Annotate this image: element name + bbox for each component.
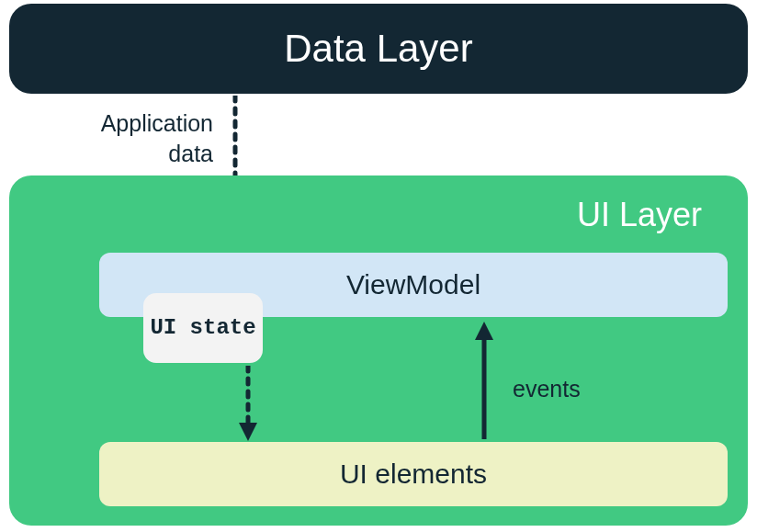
- application-data-label: Application data: [75, 108, 213, 168]
- viewmodel-label: ViewModel: [346, 269, 480, 300]
- ui-state-box: UI state: [143, 293, 263, 363]
- events-label: events: [513, 376, 581, 402]
- ui-layer-box: UI Layer ViewModel UI state UI elements …: [9, 175, 748, 526]
- ui-elements-box: UI elements: [99, 442, 728, 506]
- data-layer-title: Data Layer: [284, 27, 472, 71]
- data-layer-box: Data Layer: [9, 4, 748, 94]
- ui-state-label: UI state: [150, 313, 255, 342]
- ui-layer-title: UI Layer: [577, 196, 702, 234]
- ui-elements-label: UI elements: [340, 458, 487, 490]
